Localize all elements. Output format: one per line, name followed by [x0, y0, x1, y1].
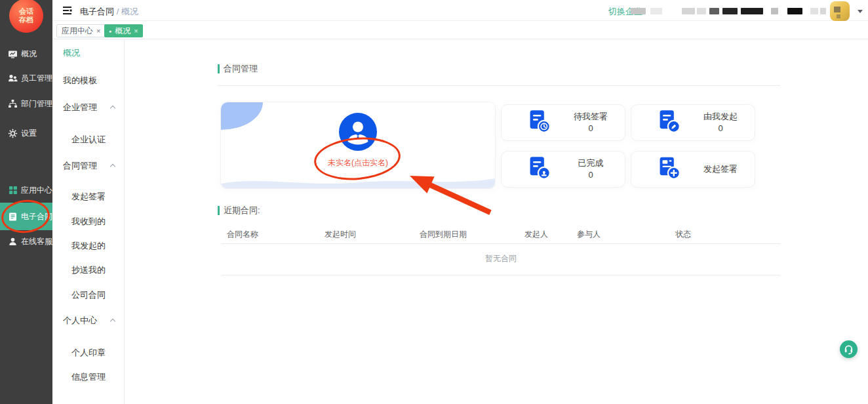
collapse-icon[interactable] [110, 319, 115, 324]
menu-item-personal-seal[interactable]: 个人印章 [52, 347, 125, 359]
sidebar-item-app-center[interactable]: 应用中心 [0, 184, 52, 197]
collapse-icon[interactable] [110, 164, 115, 169]
sidebar-item-e-contract[interactable]: 电子合同 [0, 203, 52, 230]
doc-stamp-icon [526, 155, 551, 183]
sidebar-item-label: 设置 [21, 128, 37, 139]
sidebar-item-employees[interactable]: 员工管理 [0, 71, 52, 85]
tab-label: 概况 [115, 26, 130, 37]
stat-card-initiate-signing[interactable]: 发起签署 [631, 151, 755, 188]
redacted-text [722, 8, 738, 14]
breadcrumb-current: 概况 [121, 7, 138, 16]
stat-value: 0 [558, 123, 623, 134]
settings-icon [8, 129, 18, 138]
sidebar-item-overview[interactable]: 概况 [0, 47, 52, 60]
menu-item-label: 合同管理 [63, 161, 97, 171]
section-marker [218, 206, 220, 215]
dropdown-caret-icon[interactable] [858, 10, 863, 13]
menu-item-initiate-sign[interactable]: 发起签署 [52, 191, 125, 203]
divider [218, 85, 780, 86]
menu-item-company-auth[interactable]: 企业认证 [52, 134, 125, 146]
section-contract-mgmt: 合同管理 [218, 63, 258, 75]
redacted-text [787, 8, 802, 14]
section-title-text: 近期合同: [224, 205, 260, 216]
menu-item-received[interactable]: 我收到的 [52, 216, 125, 228]
divider [222, 243, 780, 244]
stat-label: 已完成 [558, 157, 623, 169]
menu-item-label: 公司合同 [71, 290, 106, 300]
sidebar-item-settings[interactable]: 设置 [0, 127, 52, 140]
module-sidebar: 概况 我的模板 企业管理 企业认证 合同管理 发起签署 我收到的 我发起的 抄送… [52, 39, 125, 404]
menu-item-company-contracts[interactable]: 公司合同 [52, 289, 125, 301]
app-sidebar: 会话 存档 概况 员工管理 部门管理 设置 应用中心 电 [0, 0, 52, 404]
menu-group-contract-mgmt[interactable]: 合同管理 [52, 160, 125, 172]
menu-item-label: 发起签署 [71, 192, 106, 201]
user-profile-avatar-icon[interactable] [339, 113, 377, 153]
user-avatar[interactable] [830, 1, 850, 21]
doc-add-icon [656, 155, 681, 183]
sidebar-item-departments[interactable]: 部门管理 [0, 97, 52, 110]
headset-icon [842, 343, 855, 355]
collapse-menu-icon[interactable] [63, 6, 73, 18]
menu-group-personal-center[interactable]: 个人中心 [52, 315, 125, 327]
column-header-contract-name: 合同名称 [227, 229, 258, 240]
close-icon[interactable]: × [134, 27, 138, 35]
tab-app-center[interactable]: 应用中心 × [56, 24, 106, 37]
stat-card-awaiting-my-signature[interactable]: 待我签署 0 [501, 104, 625, 141]
tab-label: 应用中心 [62, 26, 93, 37]
menu-item-label: 个人中心 [63, 315, 97, 325]
collapse-icon[interactable] [110, 106, 115, 111]
stat-value: 0 [558, 169, 623, 181]
sidebar-item-label: 电子合同 [21, 211, 52, 222]
sidebar-item-label: 应用中心 [21, 185, 52, 196]
decor-blob [221, 102, 263, 130]
redacted-text [631, 8, 646, 14]
redacted-text [650, 8, 662, 14]
divider [222, 275, 780, 275]
breadcrumb-parent[interactable]: 电子合同 [80, 7, 114, 16]
menu-item-info-mgmt[interactable]: 信息管理 [52, 371, 125, 383]
sidebar-item-online-support[interactable]: 在线客服 [0, 235, 52, 248]
realname-profile-card[interactable]: 未实名(点击实名) [220, 102, 496, 189]
realname-status-link[interactable]: 未实名(点击实名) [221, 157, 495, 169]
stat-label: 由我发起 [688, 111, 753, 123]
column-header-initiated-time: 发起时间 [325, 229, 356, 240]
stat-value: 0 [688, 123, 753, 134]
app-logo[interactable]: 会话 存档 [9, 0, 43, 33]
menu-item-label: 我发起的 [71, 241, 106, 251]
menu-item-overview[interactable]: 概况 [52, 47, 125, 59]
close-icon[interactable]: × [96, 27, 100, 35]
overview-icon [8, 49, 18, 59]
breadcrumb-separator: / [117, 7, 119, 16]
section-marker [218, 64, 220, 73]
menu-item-label: 企业认证 [71, 134, 106, 144]
departments-icon [8, 99, 18, 109]
apps-icon [8, 186, 18, 195]
stat-card-completed[interactable]: 已完成 0 [501, 151, 625, 188]
column-header-initiator: 发起人 [524, 229, 548, 240]
menu-item-label: 概况 [63, 48, 80, 58]
redacted-user-info [631, 7, 826, 15]
stat-card-initiated-by-me[interactable]: 由我发起 0 [631, 104, 755, 141]
menu-item-label: 信息管理 [71, 372, 106, 382]
menu-item-label: 我的模板 [63, 75, 97, 85]
menu-item-my-templates[interactable]: 我的模板 [52, 75, 125, 87]
decor-wave [221, 174, 496, 188]
column-header-expiry-date: 合同到期日期 [420, 229, 467, 240]
section-recent-contracts: 近期合同: [218, 205, 260, 216]
support-person-icon [8, 237, 18, 247]
sidebar-item-label: 在线客服 [21, 236, 52, 247]
menu-item-label: 我收到的 [71, 216, 106, 226]
redacted-text [820, 8, 826, 14]
menu-group-company-mgmt[interactable]: 企业管理 [52, 102, 125, 113]
menu-item-initiated[interactable]: 我发起的 [52, 240, 125, 252]
customer-service-fab[interactable] [840, 340, 858, 358]
menu-item-cc-me[interactable]: 抄送我的 [52, 264, 125, 276]
contract-icon [8, 212, 18, 222]
redacted-text [709, 8, 719, 14]
breadcrumb: 电子合同 / 概况 [80, 6, 138, 18]
tab-overview[interactable]: ● 概况 × [104, 24, 143, 37]
redacted-text [810, 8, 818, 14]
stat-label: 发起签署 [688, 163, 753, 175]
sidebar-item-label: 部门管理 [21, 98, 52, 110]
menu-item-label: 企业管理 [63, 102, 97, 112]
